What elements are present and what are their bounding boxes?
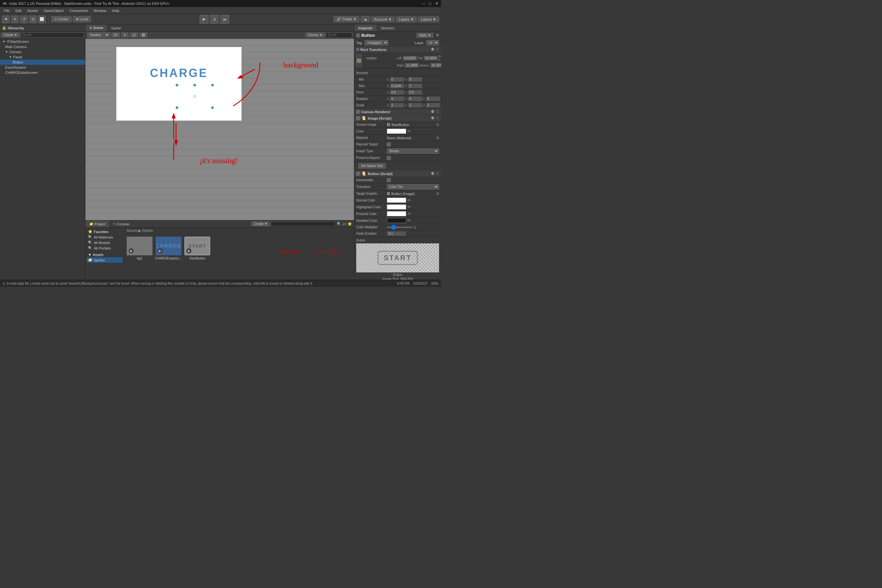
cloud-button[interactable]: ☁ — [361, 16, 370, 22]
pivot-y-input[interactable] — [408, 90, 422, 95]
interactable-checkbox[interactable] — [387, 178, 391, 182]
layer-select[interactable]: UI — [426, 40, 439, 45]
scene-search-input[interactable] — [326, 33, 352, 38]
sidebar-all-materials[interactable]: 🔍 All Materials — [87, 234, 123, 240]
rot-z-input[interactable] — [426, 96, 440, 101]
local-button[interactable]: ⊕ Local — [73, 16, 91, 22]
pivot-x-input[interactable] — [390, 90, 404, 95]
hierarchy-create-button[interactable]: Create ▼ — [1, 33, 20, 38]
tab-services[interactable]: Services — [377, 24, 399, 31]
image-enabled[interactable] — [356, 116, 360, 120]
effects-button[interactable]: 🖼 — [140, 33, 147, 38]
highlighted-color-swatch[interactable] — [387, 204, 406, 210]
close-button[interactable]: ✕ — [435, 1, 438, 6]
step-button[interactable]: ⏭ — [220, 15, 229, 24]
scale-y-input[interactable] — [408, 103, 422, 108]
menu-assets[interactable]: Assets — [25, 8, 40, 13]
menu-help[interactable]: Help — [109, 8, 122, 13]
sound-button[interactable]: 🔊 — [130, 33, 138, 38]
play-button[interactable]: ▶ — [200, 15, 208, 24]
pressed-color-pick[interactable]: ✏ — [408, 212, 411, 216]
move-tool-button[interactable]: ✛ — [11, 15, 19, 23]
handle-center[interactable] — [194, 95, 196, 98]
menu-gameobject[interactable]: GameObject — [41, 8, 66, 13]
tab-game[interactable]: Game — [107, 24, 125, 31]
minimize-button[interactable]: ─ — [422, 1, 425, 6]
max-x-input[interactable] — [390, 84, 404, 88]
preserve-checkbox[interactable] — [387, 156, 391, 160]
sidebar-all-models[interactable]: 🔍 All Models — [87, 240, 123, 245]
canvas-renderer-enabled[interactable] — [356, 110, 360, 114]
account-button[interactable]: Account ▼ — [371, 16, 394, 22]
left-input[interactable] — [403, 56, 417, 61]
2d-button[interactable]: 2D — [111, 33, 120, 38]
project-create-button[interactable]: Create ▼ — [252, 222, 270, 226]
handle-tl[interactable] — [176, 84, 178, 86]
rot-y-input[interactable] — [408, 96, 422, 101]
pressed-color-swatch[interactable] — [387, 211, 406, 216]
lighting-button[interactable]: ☀ — [121, 33, 129, 38]
maximize-button[interactable]: □ — [429, 1, 431, 6]
tab-scene[interactable]: ⊙ Scene — [86, 24, 107, 31]
asset-chargestartscr[interactable]: CHARGE ▶ CHARGEstartscr... — [155, 237, 182, 260]
image-type-select[interactable]: Simple — [387, 148, 439, 154]
favorites-header[interactable]: ⭐ Favorites — [87, 229, 123, 234]
min-y-input[interactable] — [408, 77, 422, 82]
hand-tool-button[interactable]: ☚ — [2, 15, 10, 23]
scale-z-input[interactable] — [426, 103, 440, 108]
highlighted-color-pick[interactable]: ✏ — [408, 205, 411, 209]
handle-bl[interactable] — [176, 106, 178, 109]
top-input[interactable] — [424, 56, 438, 61]
collab-button[interactable]: 🔗 Collab ▼ — [334, 16, 360, 22]
rect-tool-button[interactable]: ⬜ — [38, 15, 46, 23]
handle-br[interactable] — [211, 106, 214, 109]
sidebar-all-prefabs[interactable]: 🔍 All Prefabs — [87, 245, 123, 251]
min-x-input[interactable] — [390, 77, 404, 82]
layers-button[interactable]: Layers ▼ — [396, 16, 417, 22]
color-pick-icon[interactable]: ✏ — [408, 129, 411, 134]
asset-bg2[interactable]: ▶ bg2 — [127, 237, 153, 260]
center-button[interactable]: ⊙ Center — [51, 16, 72, 22]
material-pick[interactable]: ⊙ — [436, 136, 439, 140]
asset-startbutton[interactable]: START ▶ StartButton — [184, 237, 210, 260]
hierarchy-item-eventsystem[interactable]: EventSystem — [0, 65, 85, 70]
rot-x-input[interactable] — [390, 96, 404, 101]
max-y-input[interactable] — [408, 84, 422, 88]
multiplier-slider[interactable] — [387, 226, 412, 228]
source-image-pick[interactable]: ⊙ — [436, 123, 439, 127]
menu-window[interactable]: Window — [91, 8, 109, 13]
button-selection[interactable] — [177, 85, 213, 108]
menu-file[interactable]: File — [1, 8, 12, 13]
hierarchy-item-maincamera[interactable]: Main Camera — [0, 44, 85, 50]
fade-input[interactable] — [387, 231, 406, 236]
pause-button[interactable]: ⏸ — [210, 15, 219, 24]
tab-inspector[interactable]: Inspector — [354, 24, 377, 31]
tab-project[interactable]: 📁 Project — [86, 220, 109, 227]
image-script-header[interactable]: 📜 Image (Script) ⚙ ⋮ — [354, 115, 441, 122]
normal-color-swatch[interactable] — [387, 198, 406, 203]
hierarchy-item-startscreen[interactable]: ▼ ⚙ StartScreen — [0, 39, 85, 44]
scale-tool-button[interactable]: ⊡ — [29, 15, 37, 23]
hierarchy-item-button[interactable]: Button — [0, 60, 85, 65]
disabled-color-pick[interactable]: ✏ — [408, 218, 411, 223]
native-size-button[interactable]: Set Native Size — [358, 163, 386, 169]
bottom-input[interactable] — [430, 63, 441, 68]
project-search-input[interactable] — [271, 222, 336, 226]
transition-select[interactable]: Color Tint — [387, 184, 439, 189]
gizmos-button[interactable]: Gizmos ▼ — [305, 33, 325, 38]
canvas-renderer-header[interactable]: Canvas Renderer ⚙ ⋮ — [354, 109, 441, 115]
layout-button[interactable]: Layout ▼ — [418, 16, 439, 22]
normal-color-pick[interactable]: ✏ — [408, 198, 411, 202]
disabled-color-swatch[interactable] — [387, 218, 406, 223]
rotate-tool-button[interactable]: ↺ — [20, 15, 28, 23]
hierarchy-item-chargestartscreen[interactable]: CHARGEstartscreen — [0, 70, 85, 75]
component-enabled-checkbox[interactable] — [356, 33, 360, 38]
right-input[interactable] — [405, 63, 419, 68]
button-script-header[interactable]: 📜 Button (Script) ⚙ ⋮ — [354, 171, 441, 177]
tab-console[interactable]: ≡ Console — [109, 220, 133, 227]
menu-edit[interactable]: Edit — [13, 8, 24, 13]
hierarchy-item-canvas[interactable]: ▼ Canvas — [0, 50, 85, 54]
handle-tr[interactable] — [211, 84, 214, 86]
scale-x-input[interactable] — [390, 103, 404, 108]
handle-tc[interactable] — [194, 84, 196, 86]
